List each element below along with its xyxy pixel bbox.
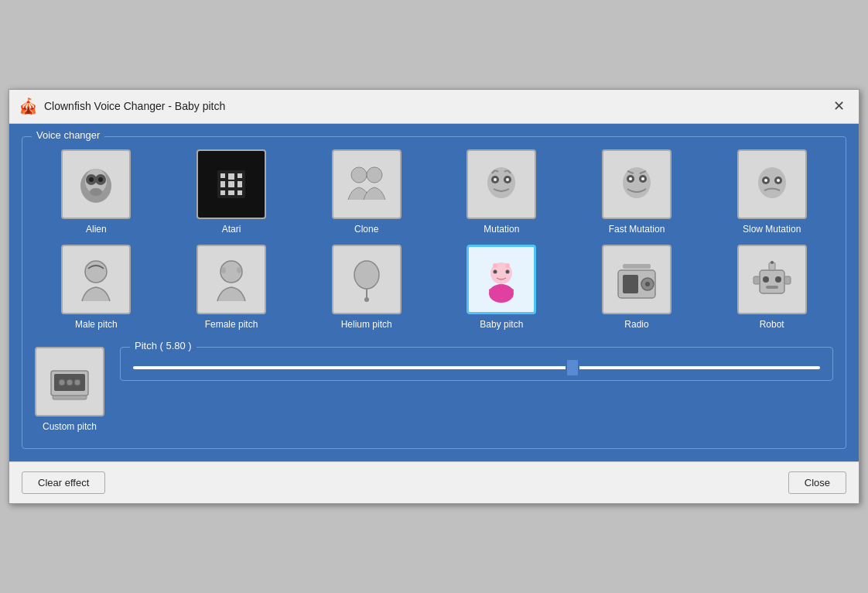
svg-rect-10: [228, 173, 234, 180]
voice-item-alien[interactable]: Alien: [35, 149, 158, 236]
svg-point-29: [641, 177, 644, 180]
svg-rect-62: [754, 276, 760, 284]
pitch-slider-track[interactable]: [133, 366, 820, 369]
voice-label-atari: Atari: [222, 224, 241, 236]
svg-point-37: [85, 261, 107, 283]
voice-item-radio[interactable]: Radio: [576, 245, 699, 331]
svg-rect-63: [784, 276, 791, 284]
main-window: 🎪 Clownfish Voice Changer - Baby pitch ✕…: [9, 89, 859, 505]
svg-point-4: [89, 177, 94, 182]
svg-point-41: [354, 261, 379, 289]
svg-point-24: [506, 178, 509, 181]
custom-pitch-item[interactable]: Custom pitch: [35, 347, 104, 434]
voice-item-atari[interactable]: Atari: [170, 149, 293, 236]
svg-rect-55: [623, 264, 651, 269]
svg-point-54: [645, 282, 650, 286]
voice-label-slow-mutation: Slow Mutation: [743, 224, 801, 236]
svg-point-40: [237, 267, 241, 273]
svg-point-58: [775, 276, 781, 283]
svg-rect-66: [53, 396, 87, 399]
voice-label-radio: Radio: [624, 319, 648, 331]
svg-point-5: [98, 177, 103, 182]
svg-point-35: [764, 179, 767, 182]
svg-rect-46: [489, 289, 514, 292]
clear-effect-button[interactable]: Clear effect: [22, 471, 105, 494]
footer: Clear effect Close: [9, 461, 859, 503]
pitch-slider-thumb[interactable]: [566, 358, 579, 377]
voice-icon-box-radio: [602, 245, 672, 314]
svg-rect-56: [760, 270, 784, 293]
svg-point-23: [494, 178, 497, 181]
svg-point-32: [758, 167, 786, 198]
svg-point-50: [505, 263, 510, 268]
voice-label-clone: Clone: [354, 224, 378, 236]
voice-label-male-pitch: Male pitch: [75, 319, 118, 331]
voice-item-helium-pitch[interactable]: Helium pitch: [305, 245, 428, 331]
voice-label-helium-pitch: Helium pitch: [341, 319, 392, 331]
svg-rect-16: [228, 190, 234, 195]
svg-point-20: [487, 167, 515, 198]
bottom-row: Custom pitch Pitch ( 5.80 ): [35, 347, 833, 434]
voice-item-robot[interactable]: Robot: [710, 245, 833, 331]
svg-point-57: [763, 276, 769, 283]
title-bar: 🎪 Clownfish Voice Changer - Baby pitch ✕: [9, 90, 859, 124]
svg-point-25: [623, 167, 651, 198]
app-icon: 🎪: [19, 97, 38, 115]
voice-icon-box-female-pitch: [196, 245, 266, 314]
svg-point-19: [367, 167, 382, 183]
window-title: Clownfish Voice Changer - Baby pitch: [44, 100, 225, 112]
voice-icon-box-atari: [196, 149, 266, 219]
pitch-slider-group: Pitch ( 5.80 ): [120, 347, 833, 381]
svg-rect-12: [220, 181, 225, 187]
voice-label-robot: Robot: [760, 319, 784, 331]
svg-point-61: [771, 261, 774, 264]
voice-item-mutation[interactable]: Mutation: [440, 149, 563, 236]
main-content: Voice changer AlienAtariCloneMutationFas…: [9, 124, 859, 462]
svg-point-47: [494, 270, 497, 274]
voice-item-fast-mutation[interactable]: Fast Mutation: [576, 149, 699, 236]
svg-rect-52: [623, 275, 638, 293]
svg-point-39: [221, 267, 226, 273]
group-label: Voice changer: [32, 129, 104, 141]
voice-icon-box-slow-mutation: [737, 149, 807, 219]
svg-point-69: [74, 379, 80, 386]
svg-point-48: [506, 270, 510, 274]
voice-item-male-pitch[interactable]: Male pitch: [35, 245, 158, 331]
voice-icon-box-alien: [61, 149, 131, 219]
svg-point-68: [67, 379, 73, 386]
svg-point-36: [777, 179, 780, 182]
voice-changer-group: Voice changer AlienAtariCloneMutationFas…: [22, 136, 846, 450]
close-button[interactable]: Close: [788, 471, 846, 494]
svg-point-67: [59, 379, 65, 386]
svg-point-45: [489, 284, 514, 303]
custom-pitch-svg: [45, 357, 94, 406]
voice-icon-box-robot: [737, 245, 807, 314]
custom-pitch-label: Custom pitch: [43, 421, 97, 434]
svg-point-28: [629, 177, 632, 180]
svg-rect-11: [238, 173, 242, 178]
voice-label-alien: Alien: [86, 224, 107, 236]
svg-rect-17: [238, 190, 242, 195]
voice-item-female-pitch[interactable]: Female pitch: [170, 245, 293, 331]
svg-point-49: [493, 263, 497, 268]
voice-icon-box-mutation: [466, 149, 536, 219]
svg-point-43: [364, 297, 369, 302]
voice-item-clone[interactable]: Clone: [305, 149, 428, 236]
voice-grid: AlienAtariCloneMutationFast MutationSlow…: [35, 149, 833, 331]
window-close-button[interactable]: ✕: [828, 95, 849, 117]
svg-rect-15: [220, 190, 225, 195]
voice-label-mutation: Mutation: [484, 224, 519, 236]
voice-item-baby-pitch[interactable]: Baby pitch: [440, 245, 563, 331]
pitch-slider-label: Pitch ( 5.80 ): [130, 340, 196, 351]
voice-label-female-pitch: Female pitch: [205, 319, 258, 331]
voice-icon-box-fast-mutation: [602, 149, 672, 219]
voice-icon-box-helium-pitch: [332, 245, 402, 314]
voice-icon-box-male-pitch: [61, 245, 131, 314]
voice-label-baby-pitch: Baby pitch: [480, 319, 523, 331]
svg-rect-59: [766, 286, 778, 289]
svg-rect-9: [220, 173, 225, 178]
svg-rect-14: [238, 181, 242, 187]
title-bar-left: 🎪 Clownfish Voice Changer - Baby pitch: [19, 97, 225, 115]
voice-label-fast-mutation: Fast Mutation: [609, 224, 665, 236]
voice-item-slow-mutation[interactable]: Slow Mutation: [710, 149, 833, 236]
